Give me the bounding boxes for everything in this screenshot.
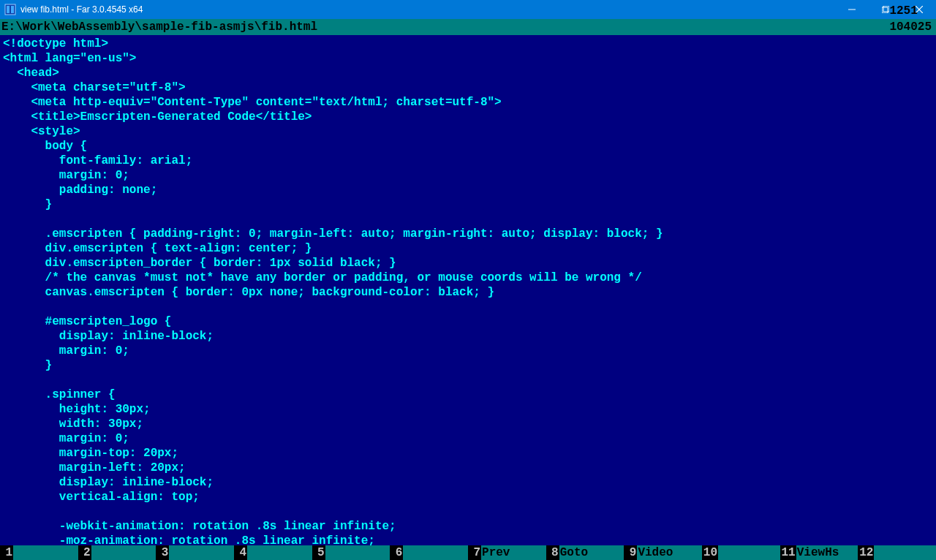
fkey-3[interactable]: 3 <box>156 545 234 560</box>
fkey-2[interactable]: 2 <box>78 545 156 560</box>
fkey-9-video[interactable]: 9Video <box>624 545 702 560</box>
status-filepath: E:\Work\WebAssembly\sample-fib-asmjs\fib… <box>1 19 858 35</box>
viewer-status-bar: E:\Work\WebAssembly\sample-fib-asmjs\fib… <box>0 19 936 35</box>
svg-rect-1 <box>7 6 10 13</box>
fkey-12[interactable]: 12 <box>858 545 936 560</box>
window-titlebar: view fib.html - Far 3.0.4545 x64 <box>0 0 936 19</box>
fkey-11-viewhs[interactable]: 11ViewHs <box>780 545 858 560</box>
svg-rect-2 <box>11 6 14 13</box>
file-content: <!doctype html> <html lang="en-us"> <hea… <box>3 37 933 545</box>
fkey-1[interactable]: 1 <box>0 545 78 560</box>
app-icon <box>4 4 16 15</box>
fkey-5[interactable]: 5 <box>312 545 390 560</box>
fkey-6[interactable]: 6 <box>390 545 468 560</box>
function-key-bar: 1 2 3 4 5 6 7Prev 8Goto 9Video 10 11View… <box>0 545 936 560</box>
fkey-10[interactable]: 10 <box>702 545 780 560</box>
fkey-7-prev[interactable]: 7Prev <box>468 545 546 560</box>
status-position: 1251 <box>886 4 920 18</box>
status-size: 104025 <box>886 20 935 34</box>
fkey-8-goto[interactable]: 8Goto <box>546 545 624 560</box>
window-title: view fib.html - Far 3.0.4545 x64 <box>20 4 835 15</box>
status-encoding: t <box>886 0 899 1</box>
file-viewer[interactable]: <!doctype html> <html lang="en-us"> <hea… <box>0 35 936 545</box>
fkey-4[interactable]: 4 <box>234 545 312 560</box>
